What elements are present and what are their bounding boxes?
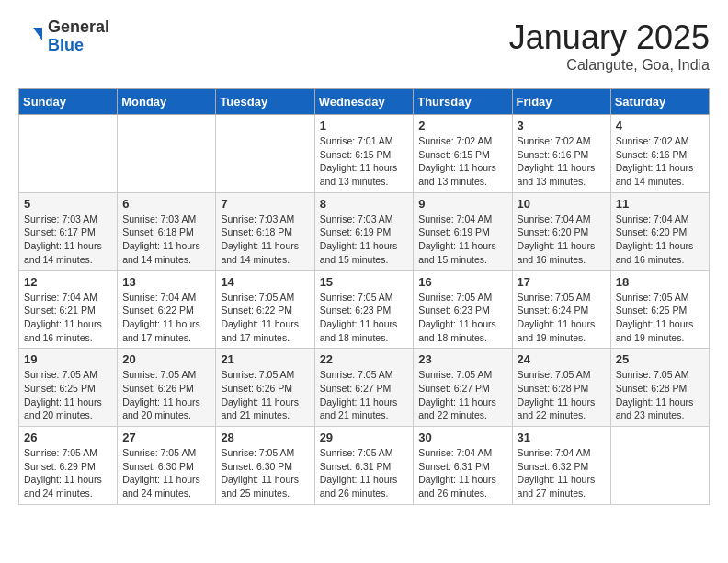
day-number: 15 — [320, 275, 409, 289]
calendar-cell: 26Sunrise: 7:05 AM Sunset: 6:29 PM Dayli… — [19, 427, 118, 505]
day-info: Sunrise: 7:05 AM Sunset: 6:22 PM Dayligh… — [221, 291, 309, 345]
calendar-cell: 9Sunrise: 7:04 AM Sunset: 6:19 PM Daylig… — [414, 192, 512, 270]
logo-blue-text: Blue — [48, 37, 109, 55]
calendar-week-row: 12Sunrise: 7:04 AM Sunset: 6:21 PM Dayli… — [19, 270, 710, 349]
day-number: 27 — [122, 431, 210, 444]
calendar-cell: 28Sunrise: 7:05 AM Sunset: 6:30 PM Dayli… — [216, 427, 314, 505]
calendar-cell: 17Sunrise: 7:05 AM Sunset: 6:24 PM Dayli… — [512, 270, 610, 349]
day-info: Sunrise: 7:05 AM Sunset: 6:27 PM Dayligh… — [418, 368, 506, 422]
calendar-weekday-header: Monday — [118, 89, 216, 115]
day-number: 30 — [418, 431, 506, 444]
calendar-cell: 8Sunrise: 7:03 AM Sunset: 6:19 PM Daylig… — [314, 192, 414, 270]
location-text: Calangute, Goa, India — [509, 57, 710, 74]
day-number: 24 — [518, 352, 606, 366]
day-info: Sunrise: 7:05 AM Sunset: 6:26 PM Dayligh… — [122, 368, 210, 422]
day-info: Sunrise: 7:05 AM Sunset: 6:28 PM Dayligh… — [616, 368, 704, 422]
day-info: Sunrise: 7:04 AM Sunset: 6:32 PM Dayligh… — [518, 446, 606, 500]
day-number: 3 — [518, 119, 606, 132]
calendar-cell: 10Sunrise: 7:04 AM Sunset: 6:20 PM Dayli… — [512, 192, 610, 270]
calendar-cell: 30Sunrise: 7:04 AM Sunset: 6:31 PM Dayli… — [414, 427, 512, 505]
day-info: Sunrise: 7:04 AM Sunset: 6:22 PM Dayligh… — [122, 291, 210, 345]
calendar-weekday-header: Wednesday — [314, 89, 414, 115]
day-number: 28 — [221, 431, 309, 444]
day-number: 29 — [320, 431, 409, 444]
logo-icon — [18, 24, 44, 50]
day-number: 7 — [221, 197, 309, 211]
calendar-weekday-header: Saturday — [610, 89, 709, 115]
day-info: Sunrise: 7:05 AM Sunset: 6:30 PM Dayligh… — [221, 446, 309, 500]
day-number: 11 — [616, 197, 704, 211]
day-number: 19 — [24, 352, 112, 366]
calendar-cell: 19Sunrise: 7:05 AM Sunset: 6:25 PM Dayli… — [19, 349, 118, 427]
day-info: Sunrise: 7:03 AM Sunset: 6:17 PM Dayligh… — [24, 213, 112, 267]
calendar-week-row: 26Sunrise: 7:05 AM Sunset: 6:29 PM Dayli… — [19, 427, 710, 505]
day-number: 10 — [518, 197, 606, 211]
calendar-table: SundayMondayTuesdayWednesdayThursdayFrid… — [18, 88, 710, 505]
day-info: Sunrise: 7:05 AM Sunset: 6:23 PM Dayligh… — [320, 291, 409, 345]
day-info: Sunrise: 7:04 AM Sunset: 6:20 PM Dayligh… — [518, 213, 606, 267]
calendar-cell: 18Sunrise: 7:05 AM Sunset: 6:25 PM Dayli… — [610, 270, 709, 349]
day-info: Sunrise: 7:04 AM Sunset: 6:31 PM Dayligh… — [418, 446, 506, 500]
calendar-cell: 3Sunrise: 7:02 AM Sunset: 6:16 PM Daylig… — [512, 115, 610, 193]
logo-general-text: General — [48, 18, 109, 37]
calendar-cell: 16Sunrise: 7:05 AM Sunset: 6:23 PM Dayli… — [414, 270, 512, 349]
day-info: Sunrise: 7:03 AM Sunset: 6:19 PM Dayligh… — [320, 213, 409, 267]
day-info: Sunrise: 7:05 AM Sunset: 6:27 PM Dayligh… — [320, 368, 409, 422]
calendar-cell: 23Sunrise: 7:05 AM Sunset: 6:27 PM Dayli… — [414, 349, 512, 427]
day-info: Sunrise: 7:05 AM Sunset: 6:25 PM Dayligh… — [24, 368, 112, 422]
day-info: Sunrise: 7:05 AM Sunset: 6:31 PM Dayligh… — [320, 446, 409, 500]
day-info: Sunrise: 7:05 AM Sunset: 6:24 PM Dayligh… — [518, 291, 606, 345]
day-info: Sunrise: 7:04 AM Sunset: 6:20 PM Dayligh… — [616, 213, 704, 267]
day-number: 18 — [616, 275, 704, 289]
day-info: Sunrise: 7:03 AM Sunset: 6:18 PM Dayligh… — [221, 213, 309, 267]
day-info: Sunrise: 7:05 AM Sunset: 6:26 PM Dayligh… — [221, 368, 309, 422]
calendar-cell — [610, 427, 709, 505]
title-block: January 2025 Calangute, Goa, India — [509, 18, 710, 74]
day-number: 12 — [24, 275, 112, 289]
day-number: 20 — [122, 352, 210, 366]
day-number: 31 — [518, 431, 606, 444]
day-info: Sunrise: 7:02 AM Sunset: 6:15 PM Dayligh… — [418, 134, 506, 189]
day-number: 16 — [418, 275, 506, 289]
calendar-cell: 15Sunrise: 7:05 AM Sunset: 6:23 PM Dayli… — [314, 270, 414, 349]
day-number: 1 — [320, 119, 409, 132]
day-info: Sunrise: 7:05 AM Sunset: 6:25 PM Dayligh… — [616, 291, 704, 345]
svg-marker-0 — [33, 28, 42, 40]
day-number: 14 — [221, 275, 309, 289]
day-info: Sunrise: 7:05 AM Sunset: 6:30 PM Dayligh… — [122, 446, 210, 500]
day-info: Sunrise: 7:05 AM Sunset: 6:23 PM Dayligh… — [418, 291, 506, 345]
day-info: Sunrise: 7:05 AM Sunset: 6:29 PM Dayligh… — [24, 446, 112, 500]
day-number: 25 — [616, 352, 704, 366]
day-number: 13 — [122, 275, 210, 289]
calendar-cell — [118, 115, 216, 193]
day-info: Sunrise: 7:04 AM Sunset: 6:19 PM Dayligh… — [418, 213, 506, 267]
calendar-header-row: SundayMondayTuesdayWednesdayThursdayFrid… — [19, 89, 710, 115]
calendar-cell: 11Sunrise: 7:04 AM Sunset: 6:20 PM Dayli… — [610, 192, 709, 270]
day-info: Sunrise: 7:02 AM Sunset: 6:16 PM Dayligh… — [518, 134, 606, 189]
calendar-week-row: 5Sunrise: 7:03 AM Sunset: 6:17 PM Daylig… — [19, 192, 710, 270]
calendar-weekday-header: Thursday — [414, 89, 512, 115]
calendar-weekday-header: Tuesday — [216, 89, 314, 115]
calendar-week-row: 19Sunrise: 7:05 AM Sunset: 6:25 PM Dayli… — [19, 349, 710, 427]
day-info: Sunrise: 7:03 AM Sunset: 6:18 PM Dayligh… — [122, 213, 210, 267]
calendar-cell: 14Sunrise: 7:05 AM Sunset: 6:22 PM Dayli… — [216, 270, 314, 349]
day-number: 21 — [221, 352, 309, 366]
calendar-cell: 31Sunrise: 7:04 AM Sunset: 6:32 PM Dayli… — [512, 427, 610, 505]
page-header: General Blue January 2025 Calangute, Goa… — [18, 18, 710, 74]
calendar-weekday-header: Friday — [512, 89, 610, 115]
day-number: 2 — [418, 119, 506, 132]
calendar-cell: 24Sunrise: 7:05 AM Sunset: 6:28 PM Dayli… — [512, 349, 610, 427]
day-number: 5 — [24, 197, 112, 211]
calendar-cell: 2Sunrise: 7:02 AM Sunset: 6:15 PM Daylig… — [414, 115, 512, 193]
calendar-cell: 22Sunrise: 7:05 AM Sunset: 6:27 PM Dayli… — [314, 349, 414, 427]
calendar-cell: 13Sunrise: 7:04 AM Sunset: 6:22 PM Dayli… — [118, 270, 216, 349]
calendar-cell: 7Sunrise: 7:03 AM Sunset: 6:18 PM Daylig… — [216, 192, 314, 270]
day-number: 8 — [320, 197, 409, 211]
calendar-cell: 4Sunrise: 7:02 AM Sunset: 6:16 PM Daylig… — [610, 115, 709, 193]
calendar-week-row: 1Sunrise: 7:01 AM Sunset: 6:15 PM Daylig… — [19, 115, 710, 193]
calendar-cell — [19, 115, 118, 193]
day-number: 26 — [24, 431, 112, 444]
day-number: 4 — [616, 119, 704, 132]
calendar-cell: 5Sunrise: 7:03 AM Sunset: 6:17 PM Daylig… — [19, 192, 118, 270]
calendar-cell: 20Sunrise: 7:05 AM Sunset: 6:26 PM Dayli… — [118, 349, 216, 427]
